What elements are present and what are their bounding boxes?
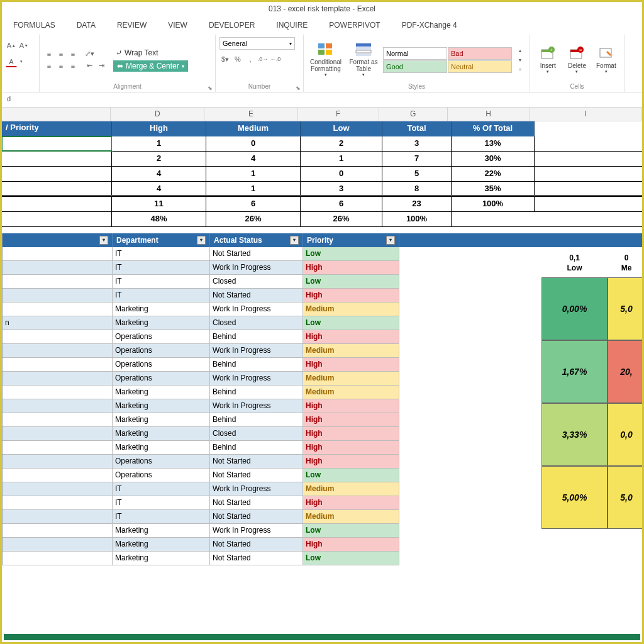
table-cell-dept[interactable]: Marketing	[113, 552, 210, 565]
table-cell[interactable]	[3, 399, 113, 413]
insert-button[interactable]: + Insert▾	[534, 45, 562, 75]
format-as-table-button[interactable]: Format as Table▾	[345, 41, 382, 79]
summary-cell[interactable]: 13%	[452, 136, 535, 151]
summary-cell[interactable]: 11	[112, 197, 206, 211]
table-cell-priority[interactable]: Low	[303, 316, 399, 330]
table-cell-status[interactable]: Not Started	[210, 538, 303, 552]
summary-cell[interactable]: 2	[112, 152, 206, 166]
table-cell-status[interactable]: Work In Progress	[210, 303, 303, 316]
table-cell-dept[interactable]: Operations	[113, 469, 210, 482]
table-cell-status[interactable]: Work In Progress	[210, 399, 303, 413]
summary-cell[interactable]: 5	[382, 167, 452, 181]
table-cell-priority[interactable]: High	[303, 455, 399, 469]
table-cell-priority[interactable]: Medium	[303, 303, 399, 316]
table-cell-dept[interactable]: Marketing	[113, 538, 210, 552]
table-cell-dept[interactable]: Marketing	[113, 413, 210, 427]
table-cell-status[interactable]: Not Started	[210, 289, 303, 303]
table-cell-status[interactable]: Work In Progress	[210, 344, 303, 358]
table-cell-status[interactable]: Work In Progress	[210, 372, 303, 386]
table-cell-dept[interactable]: Operations	[113, 455, 210, 469]
font-color-dropdown[interactable]: ▾	[18, 56, 25, 67]
align-bottom-button[interactable]: ≡	[67, 48, 79, 60]
table-cell-dept[interactable]: IT	[113, 289, 210, 303]
table-cell-priority[interactable]: Low	[303, 247, 399, 261]
table-cell-priority[interactable]: Low	[303, 552, 399, 565]
summary-cell[interactable]: 0	[206, 136, 301, 151]
matrix-cell[interactable]: 3,33%	[541, 403, 608, 466]
menu-view[interactable]: VIEW	[168, 21, 187, 31]
col-header-D[interactable]: D	[111, 108, 204, 121]
table-cell-priority[interactable]: Low	[303, 275, 399, 289]
summary-cell[interactable]: 3	[382, 136, 452, 151]
table-cell[interactable]	[3, 372, 113, 386]
align-left-button[interactable]: ≡	[43, 60, 55, 72]
table-cell-status[interactable]: Closed	[210, 275, 303, 289]
summary-cell[interactable]: 2	[301, 136, 382, 151]
delete-button[interactable]: × Delete▾	[563, 45, 591, 75]
table-cell[interactable]	[3, 386, 113, 399]
filter-status[interactable]: Actual Status▾	[210, 233, 303, 247]
format-button[interactable]: Format▾	[592, 45, 620, 75]
table-cell-status[interactable]: Work In Progress	[210, 524, 303, 538]
table-cell-priority[interactable]: High	[303, 330, 399, 344]
increase-decimal-button[interactable]: .0→	[257, 53, 269, 65]
align-right-button[interactable]: ≡	[67, 60, 79, 72]
styles-scroll-up[interactable]: ▲	[514, 46, 526, 55]
table-cell-dept[interactable]: Marketing	[113, 441, 210, 455]
col-header-G[interactable]: G	[379, 108, 448, 121]
table-cell-priority[interactable]: High	[303, 358, 399, 372]
table-cell-dept[interactable]: IT	[113, 510, 210, 524]
summary-cell[interactable]: 4	[206, 152, 301, 166]
comma-button[interactable]: ,	[245, 53, 256, 65]
summary-cell[interactable]: 30%	[452, 152, 535, 166]
col-header-H[interactable]: H	[448, 108, 530, 121]
table-cell-dept[interactable]: Marketing	[113, 386, 210, 399]
summary-cell[interactable]: 3	[301, 182, 382, 195]
table-cell-dept[interactable]: IT	[113, 261, 210, 275]
table-cell-status[interactable]: Not Started	[210, 247, 303, 261]
matrix-cell[interactable]: 0,0	[608, 403, 642, 466]
table-cell-status[interactable]: Not Started	[210, 469, 303, 482]
table-cell[interactable]	[3, 496, 113, 510]
table-cell[interactable]	[3, 303, 113, 316]
table-cell[interactable]	[3, 261, 113, 275]
summary-cell[interactable]: 7	[382, 152, 452, 166]
summary-cell[interactable]: 22%	[452, 167, 535, 181]
menu-review[interactable]: REVIEW	[117, 21, 147, 31]
menu-inquire[interactable]: INQUIRE	[276, 21, 308, 31]
summary-cell[interactable]: 1	[112, 136, 206, 151]
table-cell-dept[interactable]: IT	[113, 496, 210, 510]
table-cell[interactable]: n	[3, 316, 113, 330]
filter-department[interactable]: Department▾	[113, 233, 210, 247]
table-cell-status[interactable]: Behind	[210, 441, 303, 455]
number-format-combo[interactable]: General ▾	[219, 37, 295, 50]
filter-dropdown-icon[interactable]: ▾	[386, 236, 395, 245]
orientation-button[interactable]: ⤢▾	[84, 48, 95, 60]
table-cell-priority[interactable]: Medium	[303, 386, 399, 399]
styles-scroll-down[interactable]: ▼	[514, 55, 526, 64]
table-cell-status[interactable]: Not Started	[210, 510, 303, 524]
summary-cell[interactable]: 6	[206, 197, 301, 211]
table-cell[interactable]	[3, 247, 113, 261]
filter-dropdown-icon[interactable]: ▾	[99, 236, 108, 245]
increase-indent-button[interactable]: ⇥	[96, 60, 107, 72]
filter-col-a[interactable]: ▾	[3, 233, 113, 247]
table-cell[interactable]	[3, 455, 113, 469]
table-cell[interactable]	[3, 413, 113, 427]
matrix-cell[interactable]: 1,67%	[541, 340, 608, 403]
table-cell[interactable]	[3, 538, 113, 552]
table-cell[interactable]	[3, 344, 113, 358]
menu-powerpivot[interactable]: POWERPIVOT	[329, 21, 380, 31]
style-good[interactable]: Good	[383, 60, 447, 73]
table-cell-dept[interactable]: IT	[113, 247, 210, 261]
table-cell-dept[interactable]: Operations	[113, 358, 210, 372]
summary-cell[interactable]: 4	[112, 182, 206, 195]
number-launcher[interactable]: ⬊	[296, 85, 301, 91]
table-cell[interactable]	[3, 427, 113, 441]
table-cell-priority[interactable]: Medium	[303, 344, 399, 358]
accounting-button[interactable]: $▾	[219, 53, 231, 65]
table-cell-status[interactable]: Behind	[210, 413, 303, 427]
summary-cell[interactable]: 48%	[112, 212, 206, 226]
summary-cell[interactable]: 26%	[301, 212, 382, 226]
table-cell[interactable]	[3, 524, 113, 538]
